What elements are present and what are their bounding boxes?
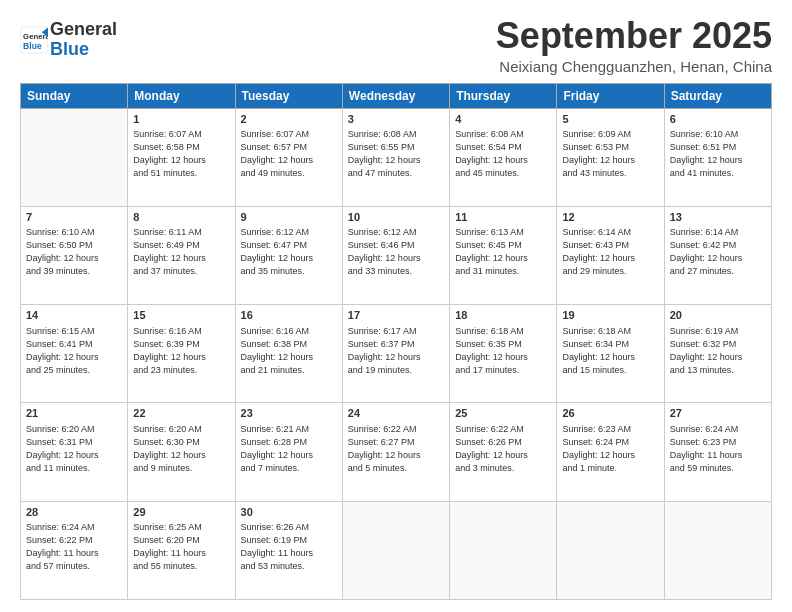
day-content: Sunrise: 6:12 AM Sunset: 6:47 PM Dayligh…: [241, 226, 337, 278]
day-content: Sunrise: 6:18 AM Sunset: 6:35 PM Dayligh…: [455, 325, 551, 377]
col-header-thursday: Thursday: [450, 83, 557, 108]
col-header-saturday: Saturday: [664, 83, 771, 108]
calendar-cell: 9Sunrise: 6:12 AM Sunset: 6:47 PM Daylig…: [235, 206, 342, 304]
calendar-cell: 14Sunrise: 6:15 AM Sunset: 6:41 PM Dayli…: [21, 305, 128, 403]
calendar-cell: 29Sunrise: 6:25 AM Sunset: 6:20 PM Dayli…: [128, 501, 235, 599]
calendar-cell: 1Sunrise: 6:07 AM Sunset: 6:58 PM Daylig…: [128, 108, 235, 206]
day-number: 8: [133, 210, 229, 225]
calendar-cell: [557, 501, 664, 599]
calendar-cell: 8Sunrise: 6:11 AM Sunset: 6:49 PM Daylig…: [128, 206, 235, 304]
svg-text:Blue: Blue: [23, 40, 42, 50]
calendar-cell: 26Sunrise: 6:23 AM Sunset: 6:24 PM Dayli…: [557, 403, 664, 501]
day-content: Sunrise: 6:09 AM Sunset: 6:53 PM Dayligh…: [562, 128, 658, 180]
day-number: 24: [348, 406, 444, 421]
calendar-cell: 13Sunrise: 6:14 AM Sunset: 6:42 PM Dayli…: [664, 206, 771, 304]
week-row-5: 28Sunrise: 6:24 AM Sunset: 6:22 PM Dayli…: [21, 501, 772, 599]
calendar-cell: 21Sunrise: 6:20 AM Sunset: 6:31 PM Dayli…: [21, 403, 128, 501]
day-content: Sunrise: 6:16 AM Sunset: 6:38 PM Dayligh…: [241, 325, 337, 377]
day-number: 23: [241, 406, 337, 421]
day-number: 7: [26, 210, 122, 225]
day-content: Sunrise: 6:20 AM Sunset: 6:30 PM Dayligh…: [133, 423, 229, 475]
calendar-cell: 28Sunrise: 6:24 AM Sunset: 6:22 PM Dayli…: [21, 501, 128, 599]
col-header-monday: Monday: [128, 83, 235, 108]
col-header-sunday: Sunday: [21, 83, 128, 108]
calendar-cell: 7Sunrise: 6:10 AM Sunset: 6:50 PM Daylig…: [21, 206, 128, 304]
calendar-cell: 17Sunrise: 6:17 AM Sunset: 6:37 PM Dayli…: [342, 305, 449, 403]
logo-line2: Blue: [50, 39, 89, 59]
day-number: 9: [241, 210, 337, 225]
day-number: 2: [241, 112, 337, 127]
col-header-wednesday: Wednesday: [342, 83, 449, 108]
calendar-cell: 5Sunrise: 6:09 AM Sunset: 6:53 PM Daylig…: [557, 108, 664, 206]
calendar-cell: [342, 501, 449, 599]
calendar-cell: 10Sunrise: 6:12 AM Sunset: 6:46 PM Dayli…: [342, 206, 449, 304]
day-number: 19: [562, 308, 658, 323]
day-number: 22: [133, 406, 229, 421]
day-number: 5: [562, 112, 658, 127]
day-number: 16: [241, 308, 337, 323]
day-content: Sunrise: 6:25 AM Sunset: 6:20 PM Dayligh…: [133, 521, 229, 573]
week-row-2: 7Sunrise: 6:10 AM Sunset: 6:50 PM Daylig…: [21, 206, 772, 304]
logo-line1: General: [50, 19, 117, 39]
day-content: Sunrise: 6:18 AM Sunset: 6:34 PM Dayligh…: [562, 325, 658, 377]
month-title: September 2025: [496, 16, 772, 56]
day-number: 27: [670, 406, 766, 421]
day-number: 13: [670, 210, 766, 225]
day-content: Sunrise: 6:16 AM Sunset: 6:39 PM Dayligh…: [133, 325, 229, 377]
day-number: 30: [241, 505, 337, 520]
week-row-3: 14Sunrise: 6:15 AM Sunset: 6:41 PM Dayli…: [21, 305, 772, 403]
day-content: Sunrise: 6:22 AM Sunset: 6:26 PM Dayligh…: [455, 423, 551, 475]
week-row-1: 1Sunrise: 6:07 AM Sunset: 6:58 PM Daylig…: [21, 108, 772, 206]
day-number: 29: [133, 505, 229, 520]
calendar-cell: 12Sunrise: 6:14 AM Sunset: 6:43 PM Dayli…: [557, 206, 664, 304]
day-number: 6: [670, 112, 766, 127]
calendar-cell: [450, 501, 557, 599]
calendar-cell: 16Sunrise: 6:16 AM Sunset: 6:38 PM Dayli…: [235, 305, 342, 403]
page: General Blue General Blue September 2025…: [0, 0, 792, 612]
day-content: Sunrise: 6:19 AM Sunset: 6:32 PM Dayligh…: [670, 325, 766, 377]
calendar-cell: 22Sunrise: 6:20 AM Sunset: 6:30 PM Dayli…: [128, 403, 235, 501]
day-content: Sunrise: 6:14 AM Sunset: 6:43 PM Dayligh…: [562, 226, 658, 278]
day-number: 20: [670, 308, 766, 323]
day-number: 18: [455, 308, 551, 323]
location-title: Neixiang Chengguanzhen, Henan, China: [496, 58, 772, 75]
calendar-cell: 4Sunrise: 6:08 AM Sunset: 6:54 PM Daylig…: [450, 108, 557, 206]
day-number: 26: [562, 406, 658, 421]
day-number: 14: [26, 308, 122, 323]
logo-icon: General Blue: [20, 26, 48, 54]
day-content: Sunrise: 6:24 AM Sunset: 6:23 PM Dayligh…: [670, 423, 766, 475]
calendar-cell: [21, 108, 128, 206]
day-content: Sunrise: 6:17 AM Sunset: 6:37 PM Dayligh…: [348, 325, 444, 377]
day-content: Sunrise: 6:14 AM Sunset: 6:42 PM Dayligh…: [670, 226, 766, 278]
calendar-cell: 23Sunrise: 6:21 AM Sunset: 6:28 PM Dayli…: [235, 403, 342, 501]
day-number: 12: [562, 210, 658, 225]
day-number: 3: [348, 112, 444, 127]
week-row-4: 21Sunrise: 6:20 AM Sunset: 6:31 PM Dayli…: [21, 403, 772, 501]
calendar-cell: 18Sunrise: 6:18 AM Sunset: 6:35 PM Dayli…: [450, 305, 557, 403]
calendar-cell: 20Sunrise: 6:19 AM Sunset: 6:32 PM Dayli…: [664, 305, 771, 403]
day-content: Sunrise: 6:15 AM Sunset: 6:41 PM Dayligh…: [26, 325, 122, 377]
day-number: 25: [455, 406, 551, 421]
day-number: 11: [455, 210, 551, 225]
calendar-cell: 11Sunrise: 6:13 AM Sunset: 6:45 PM Dayli…: [450, 206, 557, 304]
day-number: 4: [455, 112, 551, 127]
logo-text: General Blue: [50, 20, 117, 60]
calendar-cell: [664, 501, 771, 599]
day-number: 21: [26, 406, 122, 421]
calendar-cell: 15Sunrise: 6:16 AM Sunset: 6:39 PM Dayli…: [128, 305, 235, 403]
day-content: Sunrise: 6:08 AM Sunset: 6:55 PM Dayligh…: [348, 128, 444, 180]
col-header-tuesday: Tuesday: [235, 83, 342, 108]
day-content: Sunrise: 6:10 AM Sunset: 6:50 PM Dayligh…: [26, 226, 122, 278]
logo: General Blue General Blue: [20, 20, 117, 60]
calendar-table: SundayMondayTuesdayWednesdayThursdayFrid…: [20, 83, 772, 600]
day-content: Sunrise: 6:24 AM Sunset: 6:22 PM Dayligh…: [26, 521, 122, 573]
day-content: Sunrise: 6:13 AM Sunset: 6:45 PM Dayligh…: [455, 226, 551, 278]
calendar-cell: 30Sunrise: 6:26 AM Sunset: 6:19 PM Dayli…: [235, 501, 342, 599]
day-content: Sunrise: 6:07 AM Sunset: 6:58 PM Dayligh…: [133, 128, 229, 180]
day-number: 17: [348, 308, 444, 323]
day-content: Sunrise: 6:07 AM Sunset: 6:57 PM Dayligh…: [241, 128, 337, 180]
calendar-cell: 19Sunrise: 6:18 AM Sunset: 6:34 PM Dayli…: [557, 305, 664, 403]
day-content: Sunrise: 6:22 AM Sunset: 6:27 PM Dayligh…: [348, 423, 444, 475]
day-content: Sunrise: 6:11 AM Sunset: 6:49 PM Dayligh…: [133, 226, 229, 278]
day-content: Sunrise: 6:12 AM Sunset: 6:46 PM Dayligh…: [348, 226, 444, 278]
